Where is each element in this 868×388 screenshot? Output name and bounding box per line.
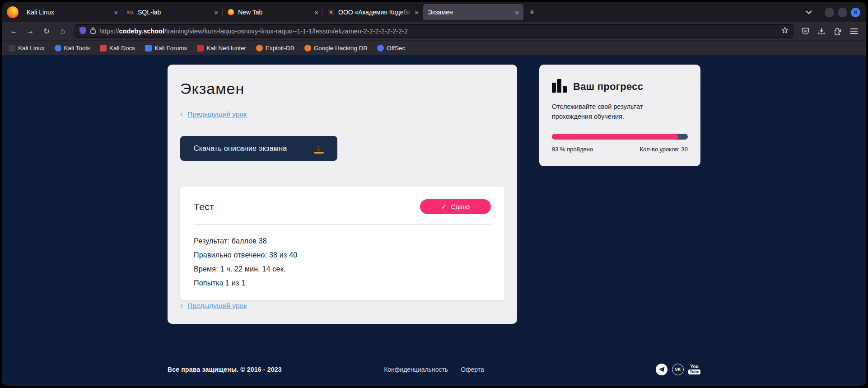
- bookmarks-bar: Kali Linux Kali Tools Kali Docs Kali For…: [2, 40, 866, 55]
- offer-link[interactable]: Оферта: [461, 366, 484, 373]
- progress-description: Отслеживайте свой результат прохождения …: [552, 102, 665, 122]
- close-icon[interactable]: ×: [314, 9, 318, 16]
- tab-label: SQL-lab: [138, 9, 211, 16]
- progress-title: Ваш прогресс: [573, 81, 643, 93]
- social-links: VK You Tube: [484, 364, 700, 375]
- tracking-shield-icon[interactable]: [79, 27, 86, 36]
- navigation-toolbar: ← → ↻ ⌂ https://codeby.school/training/v…: [2, 22, 866, 40]
- download-exam-description-button[interactable]: Скачать описание экзамна ↓: [180, 136, 337, 161]
- close-icon[interactable]: ×: [415, 9, 419, 16]
- lock-icon[interactable]: [90, 27, 96, 36]
- result-score-line: Результат: баллов 38: [194, 237, 491, 245]
- prev-lesson-label[interactable]: Предыдущий урок: [187, 302, 247, 310]
- telegram-icon[interactable]: [656, 364, 667, 375]
- prev-lesson-link-bottom[interactable]: ‹ Предыдущий урок: [180, 301, 247, 310]
- bookmark-star-icon[interactable]: [781, 27, 789, 36]
- exam-card: Экзамен ‹ Предыдущий урок Скачать описан…: [168, 65, 517, 324]
- window-controls: ✕: [825, 8, 860, 17]
- new-tab-button[interactable]: +: [525, 5, 539, 19]
- check-icon: ✓: [441, 203, 447, 210]
- tab-new-tab[interactable]: New Tab ×: [223, 4, 323, 20]
- firefox-favicon-icon: [227, 9, 234, 16]
- url-bar[interactable]: https://codeby.school/training/view/kurs…: [75, 24, 793, 38]
- bookmark-google-hacking-db[interactable]: Google Hacking DB: [304, 45, 368, 51]
- bookmark-exploit-db[interactable]: Exploit-DB: [256, 45, 294, 51]
- bookmark-kali-forums[interactable]: Kali Forums: [145, 45, 187, 51]
- page-title: Экзамен: [180, 80, 504, 98]
- kali-forums-icon: [145, 45, 152, 51]
- chevron-down-icon[interactable]: [806, 8, 812, 16]
- bookmark-kali-tools[interactable]: Kali Tools: [55, 45, 90, 51]
- bookmark-kali-nethunter[interactable]: Kali NetHunter: [197, 45, 246, 51]
- result-attempt-line: Попытка 1 из 1: [194, 279, 491, 287]
- status-badge-label: Сдано: [451, 203, 470, 210]
- kali-dragon-icon: [9, 45, 15, 51]
- google-hacking-db-icon: [304, 45, 311, 51]
- copyright-text: Все права защищены. © 2016 - 2023: [168, 366, 384, 373]
- close-icon[interactable]: ×: [114, 9, 118, 16]
- reload-icon[interactable]: ↻: [39, 24, 54, 38]
- progress-bar: [552, 134, 688, 140]
- minimize-button[interactable]: [825, 8, 834, 17]
- prev-lesson-link-top[interactable]: ‹ Предыдущий урок: [180, 109, 504, 119]
- lessons-count-label: Кол-во уроков: 30: [639, 146, 688, 153]
- tab-label: Экзамен: [428, 9, 512, 16]
- progress-percent-label: 93 % пройдено: [552, 146, 593, 153]
- downloads-icon[interactable]: [814, 24, 829, 38]
- chevron-left-icon: ‹: [180, 109, 183, 119]
- tab-sql-lab[interactable]: SQL SQL-lab ×: [122, 4, 223, 20]
- chevron-left-icon: ‹: [180, 301, 183, 310]
- privacy-link[interactable]: Конфиденциальность: [384, 366, 448, 373]
- result-correct-line: Правильно отвечено: 38 из 40: [194, 251, 491, 259]
- tab-codeby-academy[interactable]: ООО «Академия Кодеба ×: [323, 4, 423, 20]
- kali-tools-icon: [55, 45, 61, 51]
- pocket-icon[interactable]: [798, 24, 812, 38]
- tab-kali-linux[interactable]: Kali Linux ×: [22, 4, 122, 20]
- home-icon[interactable]: ⌂: [56, 24, 70, 38]
- vk-icon[interactable]: VK: [672, 364, 684, 375]
- tab-bar: Kali Linux × SQL SQL-lab × New Tab × ООО…: [2, 2, 866, 22]
- firefox-logo-icon: [7, 6, 19, 18]
- kali-nethunter-icon: [197, 45, 204, 51]
- download-icon: ↓: [314, 144, 324, 154]
- page-content: Экзамен ‹ Предыдущий урок Скачать описан…: [2, 55, 866, 385]
- page-footer: Все права защищены. © 2016 - 2023 Конфид…: [168, 364, 700, 375]
- browser-window: Kali Linux × SQL SQL-lab × New Tab × ООО…: [2, 2, 866, 386]
- kali-docs-icon: [100, 45, 107, 51]
- tab-label: Kali Linux: [27, 9, 111, 16]
- bar-chart-icon: [552, 79, 567, 93]
- close-window-button[interactable]: ✕: [851, 8, 860, 17]
- menu-hamburger-icon[interactable]: [847, 24, 861, 38]
- progress-card: Ваш прогресс Отслеживайте свой результат…: [539, 65, 700, 166]
- tab-label: ООО «Академия Кодеба: [338, 9, 412, 16]
- result-time-line: Время: 1 ч. 22 мин. 14 сек.: [194, 265, 491, 273]
- download-button-label: Скачать описание экзамна: [194, 145, 287, 153]
- close-icon[interactable]: ×: [515, 9, 519, 16]
- bookmark-offsec[interactable]: OffSec: [377, 45, 405, 51]
- maximize-button[interactable]: [838, 8, 847, 17]
- divider: [194, 224, 491, 224]
- close-icon[interactable]: ×: [214, 9, 218, 16]
- back-icon[interactable]: ←: [7, 24, 21, 38]
- prev-lesson-label[interactable]: Предыдущий урок: [187, 110, 247, 118]
- test-title: Тест: [194, 201, 214, 212]
- codeby-favicon-icon: [327, 9, 335, 16]
- test-result-card: Тест ✓ Сдано Результат: баллов 38 Правил…: [180, 187, 504, 300]
- progress-bar-fill: [552, 134, 678, 140]
- tab-ekzamen-active[interactable]: Экзамен ×: [423, 4, 523, 20]
- sql-favicon-icon: SQL: [127, 9, 134, 16]
- url-text: https://codeby.school/training/view/kurs…: [99, 28, 778, 35]
- extensions-puzzle-icon[interactable]: [831, 24, 845, 38]
- offsec-icon: [377, 45, 384, 51]
- forward-icon[interactable]: →: [23, 24, 37, 38]
- bookmark-kali-linux[interactable]: Kali Linux: [9, 45, 45, 51]
- youtube-icon[interactable]: You Tube: [688, 365, 700, 374]
- tab-label: New Tab: [238, 9, 312, 16]
- exploit-db-icon: [256, 45, 263, 51]
- status-badge-passed: ✓ Сдано: [420, 199, 491, 214]
- bookmark-kali-docs[interactable]: Kali Docs: [100, 45, 135, 51]
